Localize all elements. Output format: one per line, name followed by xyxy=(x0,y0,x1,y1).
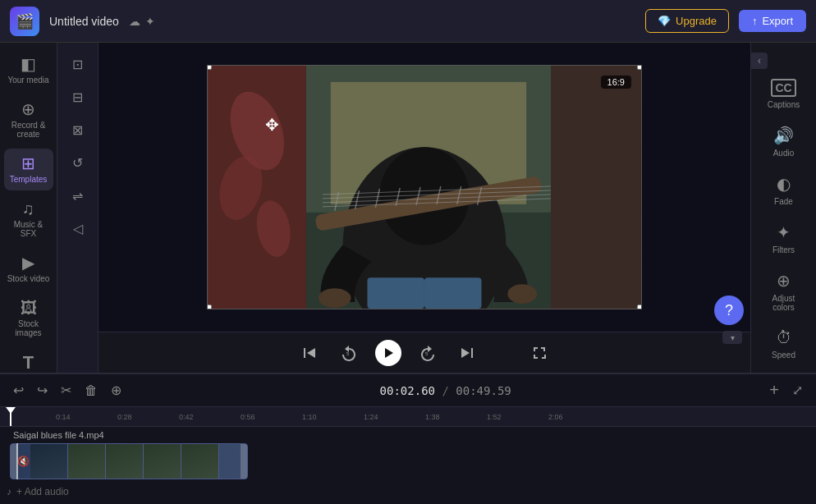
sidebar-item-text[interactable]: T Text xyxy=(4,347,53,373)
fullscreen-button[interactable] xyxy=(526,340,552,366)
resize-handle-bl[interactable] xyxy=(207,305,212,309)
ruler-mark: 0:28 xyxy=(117,413,132,421)
timeline-ruler[interactable]: 0:14 0:28 0:42 0:56 1:10 1:24 1:38 1:52 … xyxy=(0,407,816,427)
sidebar-item-templates[interactable]: ⊞ Templates xyxy=(4,149,53,190)
add-audio-button[interactable]: ♪ + Add audio xyxy=(7,480,105,503)
help-button[interactable]: ? xyxy=(714,296,744,325)
save-clip-button[interactable]: ⊕ xyxy=(108,379,125,401)
share-icon[interactable]: ✦ xyxy=(145,15,155,28)
your-media-icon: ◧ xyxy=(21,56,36,72)
svg-point-11 xyxy=(507,284,537,304)
subtitle-tool-button[interactable]: ⊠ xyxy=(63,115,93,144)
right-item-audio[interactable]: 🔊 Audio xyxy=(756,119,812,164)
svg-rect-32 xyxy=(471,348,473,358)
right-item-speed[interactable]: ⏱ Speed xyxy=(756,322,812,366)
svg-point-10 xyxy=(319,288,351,308)
expand-panel-button[interactable]: ▾ xyxy=(722,331,742,344)
sidebar-item-record-create[interactable]: ⊕ Record &create xyxy=(4,94,53,145)
ruler-track: 0:14 0:28 0:42 0:56 1:10 1:24 1:38 1:52 … xyxy=(7,407,809,426)
topbar: 🎬 Untitled video ☁ ✦ 💎 Upgrade ↑ Export xyxy=(0,0,816,43)
right-item-captions[interactable]: CC Captions xyxy=(756,72,812,116)
upgrade-button[interactable]: 💎 Upgrade xyxy=(645,9,729,33)
collapse-panel-button[interactable]: ‹ xyxy=(751,53,768,69)
export-button[interactable]: ↑ Export xyxy=(739,10,806,32)
cut-button[interactable]: ✂ xyxy=(57,379,75,401)
right-item-fade[interactable]: ◐ Fade xyxy=(756,167,812,213)
resize-handle-tl[interactable] xyxy=(207,65,212,70)
canvas-area: ✥ 16:9 5 5 xyxy=(99,43,750,373)
current-time: 00:02.60 xyxy=(380,384,435,397)
sidebar-item-label: Your media xyxy=(7,76,48,85)
ruler-mark: 2:06 xyxy=(548,413,563,421)
sidebar-item-label: Templates xyxy=(10,175,48,184)
clip-thumb-4 xyxy=(144,444,181,479)
main-area: ◧ Your media ⊕ Record &create ⊞ Template… xyxy=(0,43,816,373)
sidebar-item-stock-images[interactable]: 🖼 Stock images xyxy=(4,293,53,344)
clip-start-handle[interactable] xyxy=(11,444,17,479)
svg-text:5: 5 xyxy=(425,351,429,356)
right-item-label: Fade xyxy=(774,197,793,206)
speed-icon: ⏱ xyxy=(776,328,792,347)
select-tool-button[interactable]: ⊡ xyxy=(63,49,93,79)
crop-tool-button[interactable]: ⊟ xyxy=(63,82,93,112)
sidebar-item-music-sfx[interactable]: ♫ Music & SFX xyxy=(4,194,53,245)
skip-to-start-button[interactable] xyxy=(296,340,323,366)
ruler-mark: 0:14 xyxy=(56,413,71,421)
ruler-mark: 0:42 xyxy=(179,413,194,421)
svg-rect-26 xyxy=(424,277,482,309)
export-label: Export xyxy=(762,15,793,27)
clip-end-handle[interactable] xyxy=(241,444,247,479)
playback-controls: 5 5 xyxy=(99,332,750,373)
redo-button[interactable]: ↪ xyxy=(34,379,51,401)
music-sfx-icon: ♫ xyxy=(22,200,34,217)
right-item-label: Adjustcolors xyxy=(772,294,795,312)
right-item-label: Audio xyxy=(773,149,795,158)
right-item-label: Filters xyxy=(772,245,795,254)
video-track-row: Saigal blues file 4.mp4 🔇 xyxy=(0,427,816,479)
playhead[interactable] xyxy=(10,407,11,426)
delete-button[interactable]: 🗑 xyxy=(81,380,101,401)
clip-thumb-1 xyxy=(30,444,68,479)
timeline-toolbar: ↩ ↪ ✂ 🗑 ⊕ 00:02.60 / 00:49.59 + ⤢ xyxy=(0,374,816,407)
add-audio-label: + Add audio xyxy=(16,486,69,497)
sidebar-item-stock-video[interactable]: ▶ Stock video xyxy=(4,248,53,290)
clip-mute-icon[interactable]: 🔇 xyxy=(17,456,30,467)
flip-vertical-button[interactable]: ◁ xyxy=(63,213,93,243)
record-create-icon: ⊕ xyxy=(21,101,35,117)
rewind-icon: 5 xyxy=(341,345,357,361)
project-title: Untitled video xyxy=(49,15,119,28)
timeline-area: ↩ ↪ ✂ 🗑 ⊕ 00:02.60 / 00:49.59 + ⤢ 0:14 0… xyxy=(0,373,816,504)
undo-button[interactable]: ↩ xyxy=(10,379,27,401)
video-canvas[interactable]: ✥ 16:9 xyxy=(207,65,642,309)
add-media-button[interactable]: + xyxy=(766,378,782,403)
title-icons: ☁ ✦ xyxy=(129,15,155,28)
cloud-icon[interactable]: ☁ xyxy=(129,15,140,28)
right-item-filters[interactable]: ✦ Filters xyxy=(756,216,812,261)
flip-horizontal-button[interactable]: ⇌ xyxy=(63,181,93,210)
resize-handle-br[interactable] xyxy=(637,305,642,309)
right-item-label: Speed xyxy=(772,351,795,360)
right-item-label: Captions xyxy=(768,100,800,109)
sidebar-item-your-media[interactable]: ◧ Your media xyxy=(4,49,53,91)
svg-marker-30 xyxy=(385,348,393,358)
playhead-triangle xyxy=(6,407,16,414)
clip-thumb-3 xyxy=(106,444,144,479)
sidebar-item-label: Stock video xyxy=(7,274,50,283)
time-display: 00:02.60 / 00:49.59 xyxy=(131,384,759,397)
zoom-button[interactable]: ⤢ xyxy=(789,379,806,401)
rotate-tool-button[interactable]: ↺ xyxy=(63,148,93,177)
right-item-adjust-colors[interactable]: ⊕ Adjustcolors xyxy=(756,264,812,318)
time-separator: / xyxy=(442,384,448,397)
clip-thumb-5 xyxy=(181,444,219,479)
video-clip[interactable]: 🔇 xyxy=(10,443,248,479)
fade-icon: ◐ xyxy=(777,174,791,194)
skip-forward-icon xyxy=(460,346,474,360)
play-button[interactable] xyxy=(375,340,401,366)
resize-handle-tr[interactable] xyxy=(637,65,642,70)
aspect-ratio-badge: 16:9 xyxy=(601,76,631,89)
rewind-5s-button[interactable]: 5 xyxy=(336,340,362,366)
filters-icon: ✦ xyxy=(777,222,791,242)
skip-to-end-button[interactable] xyxy=(454,340,480,366)
forward-5s-button[interactable]: 5 xyxy=(415,340,441,366)
svg-rect-2 xyxy=(551,66,640,309)
